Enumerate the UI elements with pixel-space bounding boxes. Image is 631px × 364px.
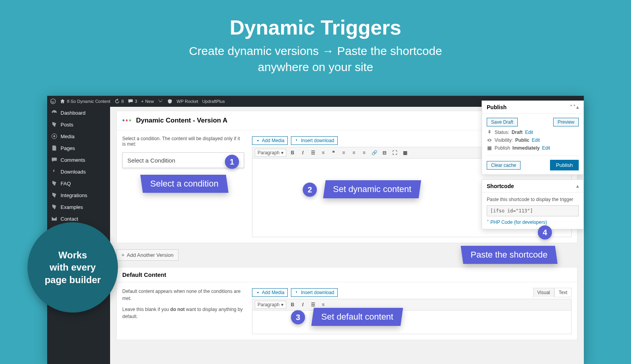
publish-date-label: Publish xyxy=(495,145,510,151)
callout-2-text: Set dynamic content xyxy=(333,184,411,194)
updates-icon[interactable]: 8 xyxy=(114,99,124,104)
visibility-value: Public xyxy=(515,137,529,143)
svg-point-1 xyxy=(53,135,55,137)
bullet-list-icon[interactable]: ☰ xyxy=(309,149,317,157)
shortcode-box-title: Shortcode xyxy=(487,183,514,189)
align-center-icon[interactable]: ≡ xyxy=(350,149,358,157)
toolbar-toggle-icon[interactable]: ▦ xyxy=(401,149,409,157)
visibility-label: Visibility: xyxy=(495,137,513,143)
insert-download-button[interactable]: Insert download xyxy=(291,136,338,145)
new-link[interactable]: + New xyxy=(141,99,154,104)
wprocket-link[interactable]: WP Rocket xyxy=(177,99,198,104)
shortcode-field[interactable]: [ifso id="113"] xyxy=(487,205,579,216)
hero-subtitle-1: Create dynamic versions → Paste the shor… xyxy=(189,44,442,57)
sidebar-item-downloads[interactable]: Downloads xyxy=(47,166,110,177)
sidebar-label: Downloads xyxy=(61,169,86,175)
yoast-icon[interactable] xyxy=(158,99,163,104)
condition-select-text: Select a Condition xyxy=(127,157,175,164)
sidebar-item-dashboard[interactable]: Dashboard xyxy=(47,107,110,119)
sidebar-label: Integrations xyxy=(61,192,87,198)
php-code-link[interactable]: ˅ PHP Code (for developers) xyxy=(487,219,579,225)
status-value: Draft xyxy=(511,130,522,135)
works-with-badge: Works with every page builder xyxy=(28,222,118,313)
sidebar-label: Posts xyxy=(61,122,74,128)
add-media-button[interactable]: Add Media xyxy=(252,136,288,145)
number-list-icon-2[interactable]: ≡ xyxy=(319,301,327,309)
box-toggle-icon-2[interactable]: ▴ xyxy=(576,183,579,189)
tinymce-toolbar-2: Paragraph ▾ B I ☰ ≡ xyxy=(252,299,572,311)
save-draft-button[interactable]: Save Draft xyxy=(487,118,518,126)
insert-download-label-2: Insert download xyxy=(301,290,334,295)
wp-logo-icon[interactable] xyxy=(50,99,56,104)
publish-button[interactable]: Publish xyxy=(550,160,579,170)
add-media-label: Add Media xyxy=(262,138,284,143)
sidebar-label: Contact xyxy=(61,216,78,222)
bullet-list-icon-2[interactable]: ☰ xyxy=(309,301,317,309)
visibility-edit-link[interactable]: Edit xyxy=(532,137,540,143)
sidebar-item-examples[interactable]: Examples xyxy=(47,201,110,213)
status-label: Status: xyxy=(495,130,509,135)
tab-text-2[interactable]: Text xyxy=(554,288,572,297)
default-content-card: Default Content Default content appears … xyxy=(116,267,578,340)
link-icon[interactable]: 🔗 xyxy=(370,149,378,157)
number-list-icon[interactable]: ≡ xyxy=(319,149,327,157)
php-link-text: PHP Code (for developers) xyxy=(490,219,547,225)
add-media-label-2: Add Media xyxy=(262,290,284,295)
format-select-2[interactable]: Paragraph ▾ xyxy=(255,301,286,309)
readmore-icon[interactable]: ⊟ xyxy=(381,149,388,157)
box-toggle-icon[interactable]: ▴ xyxy=(576,104,579,110)
align-left-icon[interactable]: ≡ xyxy=(340,149,348,157)
default-desc-2b: do not xyxy=(170,307,185,312)
box-up-icon[interactable]: ˄ xyxy=(570,104,572,110)
badge-3: 3 xyxy=(291,310,305,324)
site-name-text: If-So Dynamic Content xyxy=(67,99,110,104)
updraft-link[interactable]: UpdraftPlus xyxy=(202,99,224,104)
publish-date-edit-link[interactable]: Edit xyxy=(542,145,550,151)
bold-icon[interactable]: B xyxy=(289,149,296,157)
tab-visual-2[interactable]: Visual xyxy=(533,288,554,297)
add-media-button-2[interactable]: Add Media xyxy=(252,288,288,297)
italic-icon[interactable]: I xyxy=(299,149,307,157)
badge-2: 2 xyxy=(303,183,317,197)
align-right-icon[interactable]: ≡ xyxy=(360,149,368,157)
add-version-button[interactable]: + Add Another Version xyxy=(116,249,178,261)
version-dots: ••• xyxy=(122,117,132,125)
sidebar-item-posts[interactable]: Posts xyxy=(47,119,110,130)
badge-line-1: Works xyxy=(59,250,87,260)
format-select[interactable]: Paragraph ▾ xyxy=(255,149,286,157)
callout-3-text: Set default content xyxy=(321,312,393,322)
default-desc-1: Default content appears when none of the… xyxy=(122,288,244,302)
callout-4: Paste the shortcode xyxy=(461,246,557,264)
publish-date-value: Immediately xyxy=(512,145,539,151)
sidebar-item-integrations[interactable]: Integrations xyxy=(47,189,110,201)
status-edit-link[interactable]: Edit xyxy=(525,130,533,135)
clear-cache-button[interactable]: Clear cache xyxy=(487,161,521,170)
default-desc-2a: Leave this blank if you xyxy=(122,307,170,312)
sidebar-item-comments[interactable]: Comments xyxy=(47,154,110,166)
shield-icon[interactable] xyxy=(167,99,173,104)
sidebar-label: Comments xyxy=(61,157,85,163)
box-down-icon[interactable]: ˅ xyxy=(573,104,576,110)
eye-icon xyxy=(487,137,492,143)
callout-3: Set default content xyxy=(311,308,403,326)
condition-hint: Select a condition. The content will be … xyxy=(122,136,244,147)
preview-button[interactable]: Preview xyxy=(553,118,579,126)
publish-box: Publish ˄˅▴ Save Draft Preview Status: D… xyxy=(482,101,584,175)
sidebar-item-media[interactable]: Media xyxy=(47,130,110,142)
badge-1: 1 xyxy=(225,155,239,169)
bold-icon-2[interactable]: B xyxy=(289,301,296,309)
fullscreen-icon[interactable]: ⛶ xyxy=(391,149,399,157)
publish-box-title: Publish xyxy=(487,104,507,110)
svg-point-3 xyxy=(257,140,259,141)
shortcode-box: Shortcode ▴ Paste this shortcode to disp… xyxy=(482,179,584,229)
italic-icon-2[interactable]: I xyxy=(299,301,307,309)
sidebar-item-pages[interactable]: Pages xyxy=(47,142,110,154)
site-name[interactable]: If-So Dynamic Content xyxy=(60,99,110,104)
hero-title: Dynamic Triggers xyxy=(0,0,631,39)
comments-icon[interactable]: 3 xyxy=(128,99,137,104)
sidebar-item-faq[interactable]: FAQ xyxy=(47,177,110,189)
quote-icon[interactable]: ❝ xyxy=(329,149,337,157)
insert-download-button-2[interactable]: Insert download xyxy=(291,288,338,297)
hero-subtitle-2: anywhere on your site xyxy=(258,60,373,73)
sidebar-label: Dashboard xyxy=(61,110,86,116)
